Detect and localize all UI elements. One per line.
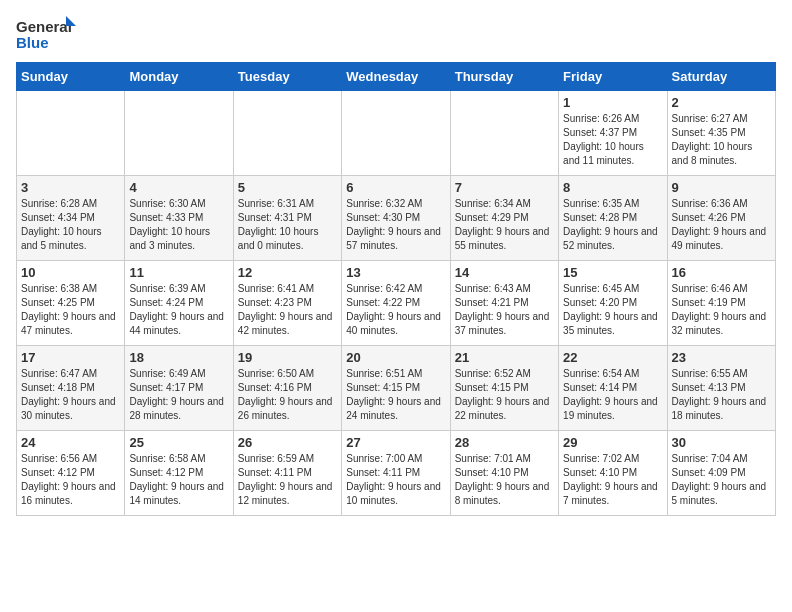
day-number: 2 xyxy=(672,95,771,110)
day-number: 8 xyxy=(563,180,662,195)
day-info: Sunrise: 6:52 AM Sunset: 4:15 PM Dayligh… xyxy=(455,367,554,423)
calendar-cell: 5Sunrise: 6:31 AM Sunset: 4:31 PM Daylig… xyxy=(233,176,341,261)
day-number: 4 xyxy=(129,180,228,195)
day-number: 19 xyxy=(238,350,337,365)
day-number: 14 xyxy=(455,265,554,280)
calendar-cell: 26Sunrise: 6:59 AM Sunset: 4:11 PM Dayli… xyxy=(233,431,341,516)
day-info: Sunrise: 6:34 AM Sunset: 4:29 PM Dayligh… xyxy=(455,197,554,253)
header: GeneralBlue xyxy=(16,16,776,54)
day-info: Sunrise: 6:31 AM Sunset: 4:31 PM Dayligh… xyxy=(238,197,337,253)
svg-text:Blue: Blue xyxy=(16,34,49,51)
calendar-cell: 16Sunrise: 6:46 AM Sunset: 4:19 PM Dayli… xyxy=(667,261,775,346)
calendar-cell: 28Sunrise: 7:01 AM Sunset: 4:10 PM Dayli… xyxy=(450,431,558,516)
day-info: Sunrise: 7:02 AM Sunset: 4:10 PM Dayligh… xyxy=(563,452,662,508)
day-info: Sunrise: 6:56 AM Sunset: 4:12 PM Dayligh… xyxy=(21,452,120,508)
calendar-cell: 14Sunrise: 6:43 AM Sunset: 4:21 PM Dayli… xyxy=(450,261,558,346)
day-info: Sunrise: 6:45 AM Sunset: 4:20 PM Dayligh… xyxy=(563,282,662,338)
day-number: 17 xyxy=(21,350,120,365)
day-info: Sunrise: 6:43 AM Sunset: 4:21 PM Dayligh… xyxy=(455,282,554,338)
calendar-cell: 13Sunrise: 6:42 AM Sunset: 4:22 PM Dayli… xyxy=(342,261,450,346)
calendar-cell: 11Sunrise: 6:39 AM Sunset: 4:24 PM Dayli… xyxy=(125,261,233,346)
day-number: 11 xyxy=(129,265,228,280)
weekday-header-friday: Friday xyxy=(559,63,667,91)
logo: GeneralBlue xyxy=(16,16,76,54)
day-number: 29 xyxy=(563,435,662,450)
day-info: Sunrise: 6:32 AM Sunset: 4:30 PM Dayligh… xyxy=(346,197,445,253)
day-number: 28 xyxy=(455,435,554,450)
day-info: Sunrise: 6:49 AM Sunset: 4:17 PM Dayligh… xyxy=(129,367,228,423)
weekday-header-saturday: Saturday xyxy=(667,63,775,91)
calendar-cell: 7Sunrise: 6:34 AM Sunset: 4:29 PM Daylig… xyxy=(450,176,558,261)
day-info: Sunrise: 6:41 AM Sunset: 4:23 PM Dayligh… xyxy=(238,282,337,338)
day-number: 12 xyxy=(238,265,337,280)
calendar-cell: 19Sunrise: 6:50 AM Sunset: 4:16 PM Dayli… xyxy=(233,346,341,431)
logo-svg: GeneralBlue xyxy=(16,16,76,54)
day-info: Sunrise: 6:54 AM Sunset: 4:14 PM Dayligh… xyxy=(563,367,662,423)
calendar-cell: 27Sunrise: 7:00 AM Sunset: 4:11 PM Dayli… xyxy=(342,431,450,516)
calendar-cell xyxy=(342,91,450,176)
day-info: Sunrise: 6:28 AM Sunset: 4:34 PM Dayligh… xyxy=(21,197,120,253)
calendar-cell: 15Sunrise: 6:45 AM Sunset: 4:20 PM Dayli… xyxy=(559,261,667,346)
calendar-cell: 12Sunrise: 6:41 AM Sunset: 4:23 PM Dayli… xyxy=(233,261,341,346)
weekday-header-row: SundayMondayTuesdayWednesdayThursdayFrid… xyxy=(17,63,776,91)
day-info: Sunrise: 7:04 AM Sunset: 4:09 PM Dayligh… xyxy=(672,452,771,508)
calendar-cell xyxy=(17,91,125,176)
day-info: Sunrise: 6:35 AM Sunset: 4:28 PM Dayligh… xyxy=(563,197,662,253)
calendar-week-row: 17Sunrise: 6:47 AM Sunset: 4:18 PM Dayli… xyxy=(17,346,776,431)
day-info: Sunrise: 6:30 AM Sunset: 4:33 PM Dayligh… xyxy=(129,197,228,253)
day-info: Sunrise: 6:47 AM Sunset: 4:18 PM Dayligh… xyxy=(21,367,120,423)
day-number: 26 xyxy=(238,435,337,450)
day-info: Sunrise: 6:27 AM Sunset: 4:35 PM Dayligh… xyxy=(672,112,771,168)
day-info: Sunrise: 6:58 AM Sunset: 4:12 PM Dayligh… xyxy=(129,452,228,508)
calendar-cell: 23Sunrise: 6:55 AM Sunset: 4:13 PM Dayli… xyxy=(667,346,775,431)
calendar-cell: 6Sunrise: 6:32 AM Sunset: 4:30 PM Daylig… xyxy=(342,176,450,261)
day-info: Sunrise: 6:50 AM Sunset: 4:16 PM Dayligh… xyxy=(238,367,337,423)
calendar-cell: 10Sunrise: 6:38 AM Sunset: 4:25 PM Dayli… xyxy=(17,261,125,346)
calendar-cell xyxy=(125,91,233,176)
day-number: 27 xyxy=(346,435,445,450)
day-number: 20 xyxy=(346,350,445,365)
weekday-header-tuesday: Tuesday xyxy=(233,63,341,91)
day-number: 23 xyxy=(672,350,771,365)
calendar-cell: 20Sunrise: 6:51 AM Sunset: 4:15 PM Dayli… xyxy=(342,346,450,431)
calendar-week-row: 10Sunrise: 6:38 AM Sunset: 4:25 PM Dayli… xyxy=(17,261,776,346)
day-info: Sunrise: 6:36 AM Sunset: 4:26 PM Dayligh… xyxy=(672,197,771,253)
day-number: 22 xyxy=(563,350,662,365)
calendar-cell: 30Sunrise: 7:04 AM Sunset: 4:09 PM Dayli… xyxy=(667,431,775,516)
calendar-cell: 18Sunrise: 6:49 AM Sunset: 4:17 PM Dayli… xyxy=(125,346,233,431)
calendar-cell: 17Sunrise: 6:47 AM Sunset: 4:18 PM Dayli… xyxy=(17,346,125,431)
day-number: 3 xyxy=(21,180,120,195)
day-info: Sunrise: 6:26 AM Sunset: 4:37 PM Dayligh… xyxy=(563,112,662,168)
day-number: 7 xyxy=(455,180,554,195)
calendar-week-row: 1Sunrise: 6:26 AM Sunset: 4:37 PM Daylig… xyxy=(17,91,776,176)
calendar-cell: 2Sunrise: 6:27 AM Sunset: 4:35 PM Daylig… xyxy=(667,91,775,176)
day-number: 16 xyxy=(672,265,771,280)
weekday-header-thursday: Thursday xyxy=(450,63,558,91)
day-number: 25 xyxy=(129,435,228,450)
day-number: 1 xyxy=(563,95,662,110)
calendar-cell: 3Sunrise: 6:28 AM Sunset: 4:34 PM Daylig… xyxy=(17,176,125,261)
day-info: Sunrise: 6:46 AM Sunset: 4:19 PM Dayligh… xyxy=(672,282,771,338)
day-info: Sunrise: 6:39 AM Sunset: 4:24 PM Dayligh… xyxy=(129,282,228,338)
calendar-week-row: 3Sunrise: 6:28 AM Sunset: 4:34 PM Daylig… xyxy=(17,176,776,261)
calendar-cell xyxy=(450,91,558,176)
day-number: 6 xyxy=(346,180,445,195)
calendar-cell xyxy=(233,91,341,176)
day-number: 18 xyxy=(129,350,228,365)
weekday-header-wednesday: Wednesday xyxy=(342,63,450,91)
calendar-cell: 29Sunrise: 7:02 AM Sunset: 4:10 PM Dayli… xyxy=(559,431,667,516)
calendar-cell: 9Sunrise: 6:36 AM Sunset: 4:26 PM Daylig… xyxy=(667,176,775,261)
calendar-cell: 1Sunrise: 6:26 AM Sunset: 4:37 PM Daylig… xyxy=(559,91,667,176)
day-number: 9 xyxy=(672,180,771,195)
calendar-cell: 22Sunrise: 6:54 AM Sunset: 4:14 PM Dayli… xyxy=(559,346,667,431)
svg-text:General: General xyxy=(16,18,72,35)
calendar-table: SundayMondayTuesdayWednesdayThursdayFrid… xyxy=(16,62,776,516)
weekday-header-monday: Monday xyxy=(125,63,233,91)
calendar-cell: 8Sunrise: 6:35 AM Sunset: 4:28 PM Daylig… xyxy=(559,176,667,261)
day-info: Sunrise: 6:55 AM Sunset: 4:13 PM Dayligh… xyxy=(672,367,771,423)
calendar-cell: 21Sunrise: 6:52 AM Sunset: 4:15 PM Dayli… xyxy=(450,346,558,431)
day-info: Sunrise: 7:00 AM Sunset: 4:11 PM Dayligh… xyxy=(346,452,445,508)
day-info: Sunrise: 7:01 AM Sunset: 4:10 PM Dayligh… xyxy=(455,452,554,508)
day-number: 24 xyxy=(21,435,120,450)
calendar-week-row: 24Sunrise: 6:56 AM Sunset: 4:12 PM Dayli… xyxy=(17,431,776,516)
